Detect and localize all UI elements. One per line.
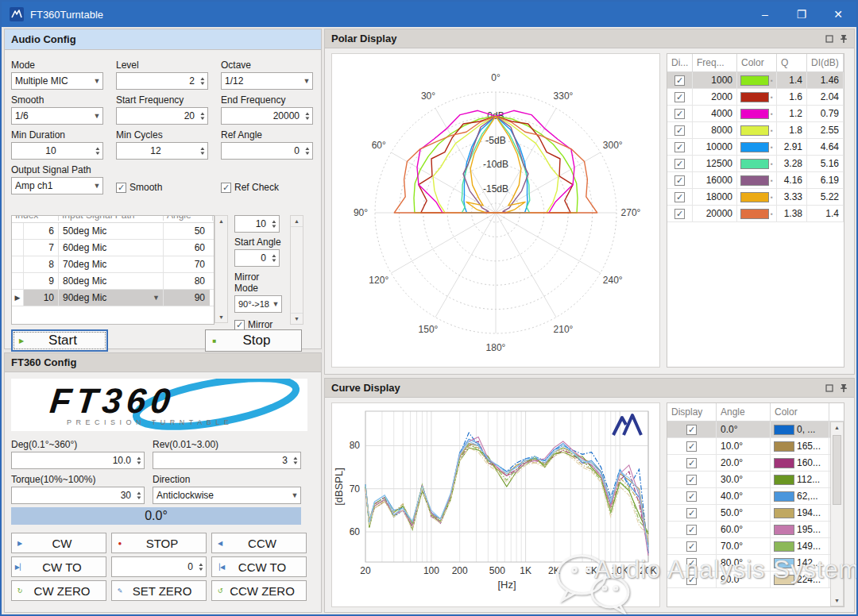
color-swatch[interactable] (774, 475, 794, 485)
curve-table-row[interactable]: ✓10.0°165... (667, 438, 830, 455)
display-checkbox[interactable]: ✓ (667, 488, 717, 504)
display-checkbox[interactable]: ✓ (667, 172, 693, 188)
polar-table-row[interactable]: ✓12500▪3.285.16 (667, 156, 844, 172)
mic-path-cell[interactable]: 60deg Mic (59, 240, 164, 256)
start-button[interactable]: ▶ Start (11, 329, 108, 352)
display-checkbox[interactable]: ✓ (667, 106, 693, 121)
color-cell[interactable]: 149... (771, 538, 829, 554)
polar-table-row[interactable]: ✓20000▪1.381.4 (667, 206, 844, 222)
mic-path-cell[interactable]: 90deg Mic▼ (59, 290, 164, 306)
spinner-arrows-icon[interactable]: ▲▼ (133, 456, 144, 465)
min-duration-input[interactable]: 10▲▼ (11, 142, 103, 160)
color-picker-ellipsis[interactable]: ▪ (771, 77, 773, 84)
stop-button[interactable]: ■ Stop (205, 329, 302, 352)
stop-motion-button[interactable]: ●STOP (111, 533, 207, 553)
curve-table-row[interactable]: ✓40.0°62,... (667, 488, 830, 505)
smooth-select[interactable]: 1/6▼ (11, 107, 103, 125)
spinner-arrows-icon[interactable]: ▲▼ (290, 456, 300, 465)
color-swatch[interactable] (774, 425, 794, 435)
scroll-down-icon[interactable]: ▼ (834, 595, 840, 606)
scroll-down-icon[interactable]: ▼ (218, 312, 224, 322)
spinner-arrows-icon[interactable]: ▲▼ (197, 111, 207, 121)
color-cell[interactable]: 160... (771, 455, 829, 471)
color-swatch[interactable] (740, 109, 769, 119)
spinner-arrows-icon[interactable]: ▲▼ (197, 76, 207, 86)
polar-table-row[interactable]: ✓4000▪1.20.79 (667, 106, 844, 122)
mic-table-scrollbar[interactable]: ▲ ▼ (214, 215, 228, 323)
mic-count-input[interactable]: 10▲▼ (234, 215, 280, 233)
color-cell[interactable]: 195... (771, 522, 829, 537)
display-checkbox[interactable]: ✓ (667, 139, 693, 155)
display-checkbox[interactable]: ✓ (667, 438, 717, 454)
display-checkbox[interactable]: ✓ (667, 472, 717, 487)
mic-path-cell[interactable]: 70deg Mic (59, 256, 164, 272)
curve-table-row[interactable]: ✓90.0°224... (667, 572, 830, 588)
color-picker-ellipsis[interactable]: ▪ (771, 194, 773, 201)
display-checkbox[interactable]: ✓ (667, 538, 717, 554)
panel-scrollbar[interactable]: ▲ ▼ (290, 215, 303, 325)
color-picker-ellipsis[interactable]: ▪ (771, 127, 773, 134)
start-frequency-input[interactable]: 20▲▼ (116, 107, 208, 125)
polar-table-row[interactable]: ✓8000▪1.82.55 (667, 122, 844, 139)
curve-table-row[interactable]: ✓20.0°160... (667, 455, 830, 472)
polar-table-row[interactable]: ✓1000▪1.41.46 (667, 72, 844, 89)
polar-table-row[interactable]: ✓10000▪2.914.64 (667, 139, 844, 156)
scrollbar-thumb[interactable] (833, 435, 841, 505)
start-angle-input[interactable]: 0▲▼ (234, 249, 280, 267)
curve-table-scrollbar[interactable]: ▲ ▼ (830, 422, 844, 606)
mirror-mode-select[interactable]: 90°->18...▼ (234, 295, 282, 313)
mic-table-row[interactable]: 870deg Mic70 (12, 256, 214, 273)
output-signal-path-select[interactable]: Amp ch1▼ (11, 177, 103, 194)
color-swatch[interactable] (740, 175, 769, 186)
color-swatch[interactable] (740, 159, 769, 169)
display-checkbox[interactable]: ✓ (667, 189, 693, 205)
color-picker-ellipsis[interactable]: ▪ (771, 110, 773, 117)
spinner-arrows-icon[interactable]: ▲▼ (269, 219, 279, 229)
scroll-down-icon[interactable]: ▼ (291, 313, 303, 324)
display-checkbox[interactable]: ✓ (667, 555, 717, 571)
end-frequency-input[interactable]: 20000▲▼ (221, 107, 313, 125)
color-cell[interactable]: ▪ (737, 156, 777, 171)
curve-table-row[interactable]: ✓30.0°112... (667, 472, 830, 488)
polar-table[interactable]: Di...Freq...ColorQDI(dB) ✓1000▪1.41.46✓2… (667, 53, 844, 368)
color-swatch[interactable] (774, 458, 794, 468)
mic-path-cell[interactable]: 50deg Mic (59, 223, 164, 239)
cw-button[interactable]: ▶CW (11, 533, 106, 553)
mirror-checkbox[interactable]: ✓Mirror (234, 319, 282, 330)
mic-table[interactable]: Index Input Signal Path Angle 650deg Mic… (11, 215, 214, 325)
ccw-to-button[interactable]: ▕◀CCW TO (211, 556, 307, 577)
maximize-button[interactable]: ❐ (783, 2, 820, 27)
color-cell[interactable]: 112... (771, 472, 829, 487)
spinner-arrows-icon[interactable]: ▲▼ (302, 111, 312, 121)
color-cell[interactable]: ▪ (737, 172, 777, 188)
color-picker-ellipsis[interactable]: ▪ (771, 94, 773, 101)
scroll-up-icon[interactable]: ▲ (834, 422, 840, 433)
color-swatch[interactable] (740, 209, 769, 219)
color-swatch[interactable] (774, 558, 794, 568)
ccw-zero-button[interactable]: ↺CCW ZERO (211, 580, 307, 601)
color-cell[interactable]: ▪ (737, 206, 777, 221)
color-picker-ellipsis[interactable]: ▪ (771, 144, 773, 151)
display-checkbox[interactable]: ✓ (667, 422, 717, 437)
display-checkbox[interactable]: ✓ (667, 455, 717, 471)
color-cell[interactable]: 165... (771, 438, 829, 454)
set-zero-button[interactable]: ✎SET ZERO (111, 580, 207, 601)
color-picker-ellipsis[interactable]: ▪ (771, 210, 773, 218)
curve-table-row[interactable]: ✓50.0°194... (667, 505, 830, 522)
color-swatch[interactable] (740, 125, 769, 136)
color-cell[interactable]: ▪ (737, 189, 777, 205)
color-cell[interactable]: ▪ (737, 89, 777, 105)
display-checkbox[interactable]: ✓ (667, 572, 717, 587)
color-cell[interactable]: ▪ (737, 122, 777, 138)
mode-select[interactable]: Multiple MIC▼ (11, 72, 103, 90)
display-checkbox[interactable]: ✓ (667, 505, 717, 521)
scroll-up-icon[interactable]: ▲ (218, 216, 224, 226)
display-checkbox[interactable]: ✓ (667, 89, 693, 105)
polar-table-row[interactable]: ✓2000▪1.62.04 (667, 89, 844, 106)
direction-select[interactable]: Anticlockwise▼ (153, 487, 301, 504)
ref-angle-input[interactable]: 0▲▼ (221, 142, 313, 160)
display-checkbox[interactable]: ✓ (667, 206, 693, 221)
curve-table-row[interactable]: ✓80.0°142... (667, 555, 830, 572)
color-picker-ellipsis[interactable]: ▪ (771, 177, 773, 184)
rev-input[interactable]: 3▲▼ (153, 452, 301, 469)
